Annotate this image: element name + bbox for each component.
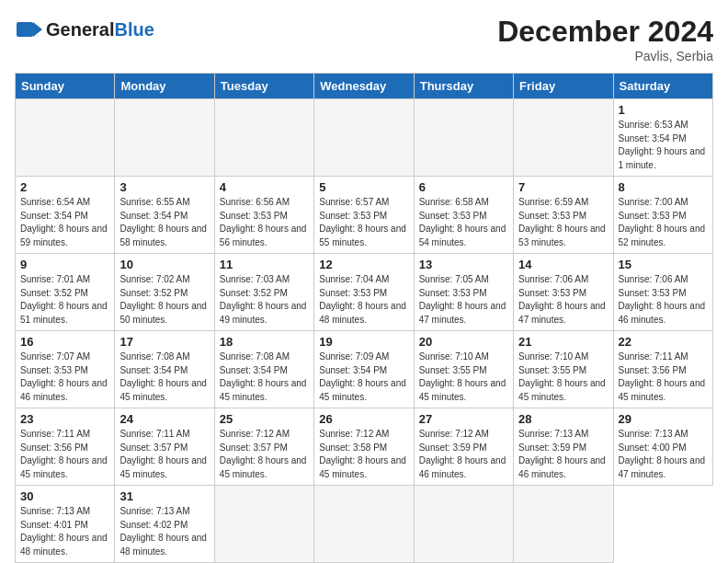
day-number-4: 4: [220, 180, 309, 194]
day-cell-15: 15Sunrise: 7:06 AMSunset: 3:53 PMDayligh…: [613, 254, 712, 331]
day-cell-8: 8Sunrise: 7:00 AMSunset: 3:53 PMDaylight…: [613, 177, 712, 254]
day-cell-23: 23Sunrise: 7:11 AMSunset: 3:56 PMDayligh…: [16, 408, 115, 486]
empty-cell: [514, 486, 613, 563]
day-info-15: Sunrise: 7:06 AMSunset: 3:53 PMDaylight:…: [619, 273, 708, 327]
day-number-10: 10: [119, 258, 209, 271]
svg-marker-1: [33, 22, 42, 37]
day-number-18: 18: [220, 335, 309, 349]
day-info-9: Sunrise: 7:01 AMSunset: 3:52 PMDaylight:…: [20, 273, 109, 327]
month-title: December 2024: [497, 15, 713, 49]
weekday-tuesday: Tuesday: [214, 74, 313, 99]
day-number-5: 5: [319, 180, 408, 194]
day-cell-19: 19Sunrise: 7:09 AMSunset: 3:54 PMDayligh…: [314, 331, 414, 408]
day-info-12: Sunrise: 7:04 AMSunset: 3:53 PMDaylight:…: [319, 273, 408, 327]
day-info-6: Sunrise: 6:58 AMSunset: 3:53 PMDaylight:…: [419, 196, 508, 249]
day-info-16: Sunrise: 7:07 AMSunset: 3:53 PMDaylight:…: [20, 350, 109, 404]
day-number-28: 28: [518, 412, 608, 426]
empty-cell: [214, 486, 313, 563]
day-info-31: Sunrise: 7:13 AMSunset: 4:02 PMDaylight:…: [119, 505, 209, 558]
day-number-25: 25: [220, 412, 309, 426]
weekday-friday: Friday: [514, 74, 613, 99]
day-info-2: Sunrise: 6:54 AMSunset: 3:54 PMDaylight:…: [20, 196, 109, 249]
day-cell-21: 21Sunrise: 7:10 AMSunset: 3:55 PMDayligh…: [514, 331, 613, 408]
day-info-11: Sunrise: 7:03 AMSunset: 3:52 PMDaylight:…: [220, 273, 309, 327]
day-cell-1: 1Sunrise: 6:53 AMSunset: 3:54 PMDaylight…: [613, 99, 712, 177]
day-number-17: 17: [119, 335, 209, 349]
day-info-24: Sunrise: 7:11 AMSunset: 3:57 PMDaylight:…: [119, 428, 209, 481]
day-number-11: 11: [220, 258, 309, 271]
day-cell-7: 7Sunrise: 6:59 AMSunset: 3:53 PMDaylight…: [514, 177, 613, 254]
day-number-29: 29: [619, 412, 708, 426]
day-number-27: 27: [419, 412, 508, 426]
day-number-9: 9: [20, 258, 109, 271]
day-cell-12: 12Sunrise: 7:04 AMSunset: 3:53 PMDayligh…: [314, 254, 414, 331]
day-info-29: Sunrise: 7:13 AMSunset: 4:00 PMDaylight:…: [619, 428, 708, 481]
day-number-8: 8: [619, 180, 708, 194]
day-cell-30: 30Sunrise: 7:13 AMSunset: 4:01 PMDayligh…: [16, 486, 115, 563]
day-number-16: 16: [20, 335, 109, 349]
calendar-week-0: 1Sunrise: 6:53 AMSunset: 3:54 PMDaylight…: [16, 99, 713, 177]
day-number-21: 21: [518, 335, 608, 349]
weekday-saturday: Saturday: [613, 74, 712, 99]
day-cell-18: 18Sunrise: 7:08 AMSunset: 3:54 PMDayligh…: [214, 331, 313, 408]
header: GeneralBlue December 2024 Pavlis, Serbia: [15, 15, 713, 63]
calendar-week-5: 30Sunrise: 7:13 AMSunset: 4:01 PMDayligh…: [16, 486, 713, 563]
page-container: GeneralBlue December 2024 Pavlis, Serbia…: [0, 0, 728, 563]
day-number-7: 7: [518, 180, 608, 194]
day-cell-16: 16Sunrise: 7:07 AMSunset: 3:53 PMDayligh…: [16, 331, 115, 408]
day-cell-13: 13Sunrise: 7:05 AMSunset: 3:53 PMDayligh…: [414, 254, 513, 331]
day-info-23: Sunrise: 7:11 AMSunset: 3:56 PMDaylight:…: [20, 428, 109, 481]
day-cell-20: 20Sunrise: 7:10 AMSunset: 3:55 PMDayligh…: [414, 331, 513, 408]
day-cell-9: 9Sunrise: 7:01 AMSunset: 3:52 PMDaylight…: [16, 254, 115, 331]
day-cell-24: 24Sunrise: 7:11 AMSunset: 3:57 PMDayligh…: [115, 408, 214, 486]
day-info-1: Sunrise: 6:53 AMSunset: 3:54 PMDaylight:…: [619, 119, 708, 172]
day-number-6: 6: [419, 180, 508, 194]
day-info-21: Sunrise: 7:10 AMSunset: 3:55 PMDaylight:…: [518, 350, 608, 404]
day-number-1: 1: [619, 103, 708, 117]
location: Pavlis, Serbia: [497, 49, 713, 63]
day-info-22: Sunrise: 7:11 AMSunset: 3:56 PMDaylight:…: [619, 350, 708, 404]
day-number-15: 15: [619, 258, 708, 271]
day-info-10: Sunrise: 7:02 AMSunset: 3:52 PMDaylight:…: [119, 273, 209, 327]
empty-cell: [314, 486, 414, 563]
day-number-26: 26: [319, 412, 408, 426]
day-number-13: 13: [419, 258, 508, 271]
day-cell-29: 29Sunrise: 7:13 AMSunset: 4:00 PMDayligh…: [613, 408, 712, 486]
day-info-5: Sunrise: 6:57 AMSunset: 3:53 PMDaylight:…: [319, 196, 408, 249]
logo-icon: [15, 15, 44, 44]
day-number-22: 22: [619, 335, 708, 349]
calendar-week-4: 23Sunrise: 7:11 AMSunset: 3:56 PMDayligh…: [16, 408, 713, 486]
day-number-2: 2: [20, 180, 109, 194]
weekday-thursday: Thursday: [414, 74, 513, 99]
day-cell-22: 22Sunrise: 7:11 AMSunset: 3:56 PMDayligh…: [613, 331, 712, 408]
day-cell-17: 17Sunrise: 7:08 AMSunset: 3:54 PMDayligh…: [115, 331, 214, 408]
day-info-13: Sunrise: 7:05 AMSunset: 3:53 PMDaylight:…: [419, 273, 508, 327]
day-info-27: Sunrise: 7:12 AMSunset: 3:59 PMDaylight:…: [419, 428, 508, 481]
day-number-19: 19: [319, 335, 408, 349]
empty-cell: [514, 99, 613, 177]
day-cell-27: 27Sunrise: 7:12 AMSunset: 3:59 PMDayligh…: [414, 408, 513, 486]
svg-rect-0: [17, 22, 33, 37]
logo: GeneralBlue: [15, 15, 154, 44]
day-info-3: Sunrise: 6:55 AMSunset: 3:54 PMDaylight:…: [119, 196, 209, 249]
day-info-7: Sunrise: 6:59 AMSunset: 3:53 PMDaylight:…: [518, 196, 608, 249]
empty-cell: [214, 99, 313, 177]
day-number-24: 24: [119, 412, 209, 426]
day-cell-6: 6Sunrise: 6:58 AMSunset: 3:53 PMDaylight…: [414, 177, 513, 254]
empty-cell: [115, 99, 214, 177]
day-number-14: 14: [518, 258, 608, 271]
weekday-sunday: Sunday: [16, 74, 115, 99]
day-cell-3: 3Sunrise: 6:55 AMSunset: 3:54 PMDaylight…: [115, 177, 214, 254]
day-info-14: Sunrise: 7:06 AMSunset: 3:53 PMDaylight:…: [518, 273, 608, 327]
day-cell-28: 28Sunrise: 7:13 AMSunset: 3:59 PMDayligh…: [514, 408, 613, 486]
day-cell-2: 2Sunrise: 6:54 AMSunset: 3:54 PMDaylight…: [16, 177, 115, 254]
day-info-17: Sunrise: 7:08 AMSunset: 3:54 PMDaylight:…: [119, 350, 209, 404]
day-info-25: Sunrise: 7:12 AMSunset: 3:57 PMDaylight:…: [220, 428, 309, 481]
day-number-30: 30: [20, 489, 109, 503]
empty-cell: [414, 99, 513, 177]
day-cell-14: 14Sunrise: 7:06 AMSunset: 3:53 PMDayligh…: [514, 254, 613, 331]
calendar-week-1: 2Sunrise: 6:54 AMSunset: 3:54 PMDaylight…: [16, 177, 713, 254]
title-block: December 2024 Pavlis, Serbia: [497, 15, 713, 63]
calendar-week-2: 9Sunrise: 7:01 AMSunset: 3:52 PMDaylight…: [16, 254, 713, 331]
logo-blue: Blue: [114, 19, 154, 40]
